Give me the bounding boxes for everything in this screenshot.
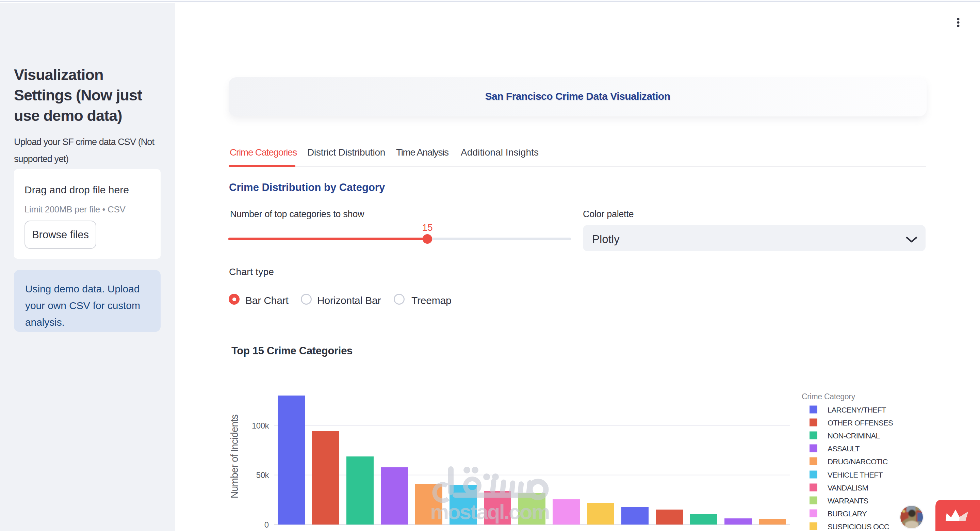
svg-text:mostaql.com: mostaql.com xyxy=(430,500,549,523)
